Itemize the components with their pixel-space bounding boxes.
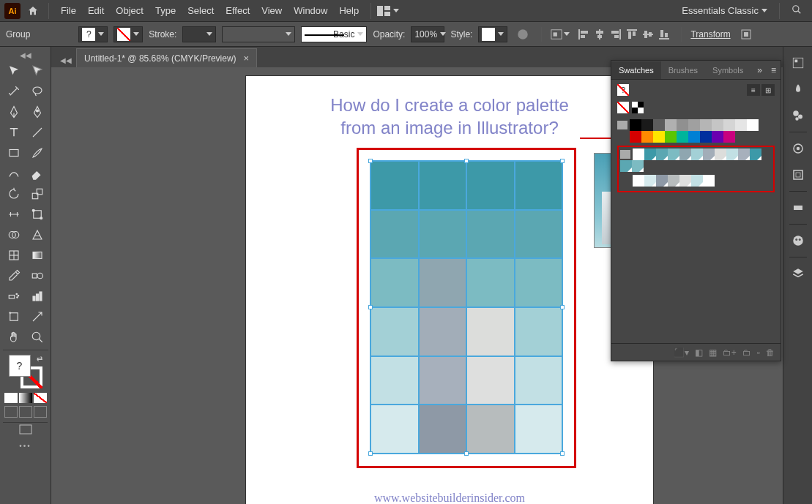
menu-window[interactable]: Window <box>288 2 333 19</box>
home-icon[interactable] <box>23 2 42 20</box>
gradient-tool-icon[interactable] <box>26 246 48 265</box>
palette-cell[interactable] <box>370 161 419 210</box>
align-left-icon[interactable] <box>576 26 592 43</box>
paintbrush-tool-icon[interactable] <box>26 143 48 162</box>
swatch[interactable] <box>677 131 688 143</box>
arrange-documents-icon[interactable] <box>377 6 399 16</box>
type-tool-icon[interactable] <box>3 123 25 142</box>
menu-file[interactable]: File <box>55 2 82 19</box>
shape-builder-tool-icon[interactable] <box>3 225 25 244</box>
mesh-tool-icon[interactable] <box>3 246 25 265</box>
swatch[interactable] <box>703 148 715 160</box>
swatch[interactable] <box>723 131 735 143</box>
tab-swatches[interactable]: Swatches <box>611 61 661 79</box>
gradient-panel-icon[interactable] <box>788 198 808 218</box>
swatch[interactable] <box>688 131 700 143</box>
collapse-tabstrip-icon[interactable]: ◀◀ <box>56 53 76 67</box>
document-tab[interactable]: Untitled-1* @ 85.68% (CMYK/Preview) × <box>76 48 257 67</box>
swatch[interactable] <box>653 119 665 131</box>
isolate-icon[interactable] <box>737 26 756 43</box>
rotate-tool-icon[interactable] <box>3 184 25 203</box>
workspace-switcher[interactable]: Essentials Classic <box>676 2 773 19</box>
color-palette-grid[interactable] <box>370 161 562 454</box>
palette-cell[interactable] <box>466 258 515 307</box>
swatch[interactable] <box>715 148 726 160</box>
selection-handle[interactable] <box>368 451 373 456</box>
column-graph-tool-icon[interactable] <box>26 287 48 306</box>
swatch[interactable] <box>703 175 715 187</box>
swatch[interactable] <box>700 119 712 131</box>
palette-cell[interactable] <box>515 258 563 307</box>
swatch[interactable] <box>641 119 653 131</box>
swatch[interactable] <box>668 175 679 187</box>
draw-normal-icon[interactable] <box>4 406 18 418</box>
color-mode-icon[interactable] <box>4 393 18 403</box>
selection-handle[interactable] <box>560 159 565 163</box>
align-right-icon[interactable] <box>608 26 624 43</box>
palette-cell[interactable] <box>515 307 563 356</box>
swatch[interactable] <box>620 160 632 172</box>
swatch[interactable] <box>630 119 641 131</box>
fill-stroke-indicator[interactable]: ? ⇄ <box>9 355 42 388</box>
free-transform-tool-icon[interactable] <box>26 205 48 224</box>
scale-tool-icon[interactable] <box>26 184 48 203</box>
swatch[interactable] <box>630 131 641 143</box>
menu-help[interactable]: Help <box>333 2 365 19</box>
stroke-panel-icon[interactable] <box>788 165 808 185</box>
selection-handle[interactable] <box>560 451 565 456</box>
palette-cell[interactable] <box>515 210 563 259</box>
hand-tool-icon[interactable] <box>3 328 25 347</box>
direct-selection-tool-icon[interactable] <box>26 61 48 80</box>
swatch[interactable] <box>738 148 750 160</box>
align-hcenter-icon[interactable] <box>592 26 608 43</box>
menu-select[interactable]: Select <box>182 2 220 19</box>
swatch[interactable] <box>723 119 735 131</box>
fill-color-icon[interactable]: ? <box>9 355 31 377</box>
swatch[interactable] <box>726 148 738 160</box>
swatch[interactable] <box>633 148 644 160</box>
palette-cell[interactable] <box>466 405 515 454</box>
slice-tool-icon[interactable] <box>26 307 48 326</box>
selection-handle[interactable] <box>560 305 565 309</box>
gradient-mode-icon[interactable] <box>19 393 32 403</box>
swatch[interactable] <box>679 175 691 187</box>
palette-cell[interactable] <box>419 405 467 454</box>
properties-panel-icon[interactable] <box>788 53 808 73</box>
tab-symbols[interactable]: Symbols <box>705 61 750 79</box>
pen-tool-icon[interactable] <box>3 102 25 121</box>
new-folder-icon[interactable]: 🗀 <box>742 347 751 358</box>
selection-tool-icon[interactable] <box>3 61 25 80</box>
new-color-group-icon[interactable]: 🗀+ <box>723 347 737 358</box>
layers-panel-icon[interactable] <box>788 263 808 284</box>
blend-tool-icon[interactable] <box>26 266 48 285</box>
menu-view[interactable]: View <box>256 2 288 19</box>
panel-menu-icon[interactable]: ≡ <box>767 62 781 78</box>
palette-cell[interactable] <box>466 307 515 356</box>
selection-handle[interactable] <box>368 305 373 309</box>
list-view-icon[interactable]: ≡ <box>747 84 760 96</box>
none-swatch-icon[interactable] <box>617 102 629 113</box>
recolor-icon[interactable] <box>513 26 532 43</box>
palette-cell[interactable] <box>515 356 563 405</box>
swatch[interactable] <box>665 119 677 131</box>
swatch[interactable] <box>633 175 644 187</box>
new-swatch-icon[interactable]: ▫ <box>757 347 760 358</box>
palette-cell[interactable] <box>419 161 467 210</box>
align-top-icon[interactable] <box>624 26 640 43</box>
tab-brushes[interactable]: Brushes <box>661 61 705 79</box>
palette-cell[interactable] <box>466 161 515 210</box>
registration-swatch-icon[interactable] <box>632 102 644 113</box>
swatch-libraries-icon[interactable]: ⬛▾ <box>674 347 689 358</box>
none-mode-icon[interactable] <box>34 393 47 403</box>
appearance-panel-icon[interactable] <box>788 230 808 251</box>
palette-cell[interactable] <box>419 307 467 356</box>
menu-edit[interactable]: Edit <box>82 2 110 19</box>
swatch[interactable] <box>632 160 644 172</box>
eyedropper-tool-icon[interactable] <box>3 266 25 285</box>
swatch[interactable] <box>644 148 656 160</box>
perspective-tool-icon[interactable] <box>26 225 48 244</box>
selection-handle[interactable] <box>464 451 469 456</box>
swatch[interactable] <box>750 148 761 160</box>
close-tab-icon[interactable]: × <box>244 53 250 64</box>
app-icon[interactable]: Ai <box>4 3 21 19</box>
